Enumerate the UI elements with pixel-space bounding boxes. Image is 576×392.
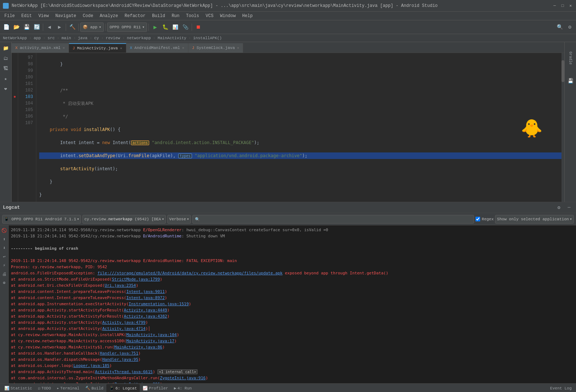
tool-tab-logcat[interactable]: 📱 6: Logcat bbox=[106, 384, 140, 392]
run-btn[interactable]: ▶ bbox=[150, 23, 160, 32]
log-line-16: at android.app.Activity.startActivity(Ac… bbox=[11, 326, 574, 332]
search-toolbar-btn[interactable]: 🔍 bbox=[555, 23, 564, 32]
forward-btn[interactable]: ▶ bbox=[55, 23, 64, 32]
debug-btn[interactable]: 🐛 bbox=[160, 23, 170, 32]
logcat-scroll-top-btn[interactable]: ⬆ bbox=[1, 236, 8, 243]
java-file-icon: J bbox=[73, 46, 75, 50]
device-dropdown-arrow: ▾ bbox=[142, 25, 145, 29]
code-line-104: intent.setDataAndType(Uri.fromFile(apkFi… bbox=[39, 152, 561, 159]
menu-refactor[interactable]: Refactor bbox=[122, 13, 148, 19]
menu-code[interactable]: Code bbox=[80, 13, 96, 19]
breadcrumb-review[interactable]: review bbox=[106, 36, 120, 40]
profile-btn[interactable]: 📊 bbox=[171, 23, 180, 32]
tool-tab-build[interactable]: 🔨 Build bbox=[82, 384, 106, 392]
show-only-selected-dropdown[interactable]: Show only selected application ▾ bbox=[495, 215, 574, 224]
menu-view[interactable]: View bbox=[36, 13, 52, 19]
app-dropdown[interactable]: 📦 app ▾ bbox=[80, 23, 104, 32]
device-filter-dropdown[interactable]: 📱 OPPO OPPO R11 Android 7.1.1 ▾ bbox=[2, 215, 81, 224]
tab-activity-main-close[interactable]: ✕ bbox=[63, 46, 65, 50]
logcat-minimize-btn[interactable]: ─ bbox=[565, 204, 573, 212]
build-btn[interactable]: 🔨 bbox=[68, 23, 77, 32]
tab-mainactivity-close[interactable]: ✕ bbox=[120, 46, 122, 50]
breadcrumb-java[interactable]: java bbox=[78, 36, 87, 40]
menu-vcs[interactable]: VCS bbox=[203, 13, 217, 19]
logcat-filter-btn[interactable]: ⚡ bbox=[1, 262, 8, 269]
logcat-clear-btn[interactable]: 🚫 bbox=[1, 227, 8, 234]
app-icon bbox=[3, 3, 9, 9]
menu-file[interactable]: File bbox=[1, 13, 18, 19]
breadcrumb-main[interactable]: main bbox=[61, 36, 71, 40]
breadcrumb-installAPK[interactable]: installAPK() bbox=[193, 36, 222, 40]
device-dropdown[interactable]: OPPO OPPO R11 ▾ bbox=[107, 23, 147, 32]
package-filter-dropdown[interactable]: cy.review.networkapp (9542) [DEA ▾ bbox=[82, 215, 166, 224]
menu-build[interactable]: Build bbox=[149, 13, 168, 19]
tool-tab-profiler[interactable]: 📈 Profiler bbox=[140, 384, 171, 392]
logcat-search-input[interactable] bbox=[192, 215, 474, 224]
database-icon[interactable]: 💾 bbox=[566, 76, 575, 86]
code-editor[interactable]: ● 97 98 99 100 101 102 103 104 105 106 1… bbox=[12, 53, 564, 202]
logcat-left-icons: 🚫 ⬆ ⬇ ↩ ⚡ 🖨 ⊕ bbox=[0, 225, 9, 383]
breadcrumb-app[interactable]: app bbox=[34, 36, 41, 40]
breadcrumb-src[interactable]: src bbox=[48, 36, 55, 40]
bookmarks-icon[interactable]: ★ bbox=[1, 74, 11, 83]
tool-tab-terminal[interactable]: ▸ Terminal bbox=[54, 384, 82, 392]
menu-analyze[interactable]: Analyze bbox=[97, 13, 121, 19]
logcat-soft-wrap-btn[interactable]: ↩ bbox=[1, 253, 8, 260]
editor-scrollbar[interactable] bbox=[561, 53, 564, 202]
gradle-icon[interactable]: Gradle bbox=[566, 44, 575, 73]
back-btn[interactable]: ◀ bbox=[45, 23, 54, 32]
level-filter-dropdown[interactable]: Verbose ▾ bbox=[167, 215, 191, 224]
tab-activity-main-xml[interactable]: X activity_main.xml ✕ bbox=[12, 43, 69, 53]
tab-systemclock-close[interactable]: ✕ bbox=[237, 46, 239, 50]
favorites-icon[interactable]: ❤ bbox=[1, 84, 11, 94]
attach-btn[interactable]: 📎 bbox=[181, 23, 190, 32]
window-controls[interactable]: ─ □ ✕ bbox=[552, 3, 573, 8]
log-line-10: at android.content.Intent.prepareToLeave… bbox=[11, 289, 574, 295]
minimize-button[interactable]: ─ bbox=[552, 3, 557, 8]
breadcrumb-mainactivity[interactable]: MainActivity bbox=[158, 36, 186, 40]
project-icon[interactable]: 📁 bbox=[1, 44, 11, 53]
breadcrumb-project[interactable]: NetWorkApp bbox=[3, 36, 27, 40]
code-content[interactable]: } /** * 启动安装APK */ private void installA… bbox=[36, 53, 564, 202]
logcat-settings-btn[interactable]: ⚙ bbox=[555, 204, 563, 212]
sync-btn[interactable]: 🔄 bbox=[32, 23, 41, 32]
maximize-button[interactable]: □ bbox=[560, 3, 565, 8]
menu-navigate[interactable]: Navigate bbox=[52, 13, 79, 19]
editor-scrollbar-thumb[interactable] bbox=[561, 60, 564, 82]
menu-edit[interactable]: Edit bbox=[19, 13, 35, 19]
resource-icon[interactable]: 🗂 bbox=[1, 54, 11, 63]
save-btn[interactable]: 💾 bbox=[22, 23, 31, 32]
open-btn[interactable]: 📂 bbox=[12, 23, 21, 32]
menu-help[interactable]: Help bbox=[239, 13, 256, 19]
breadcrumb-cy[interactable]: cy bbox=[94, 36, 99, 40]
logcat-expand-btn[interactable]: ⊕ bbox=[1, 279, 8, 286]
regex-checkbox[interactable] bbox=[475, 217, 480, 221]
menu-window[interactable]: Window bbox=[217, 13, 238, 19]
tool-tab-event-log[interactable]: Event Log bbox=[547, 384, 575, 392]
tool-tab-statistic[interactable]: 📊 Statistic bbox=[1, 384, 35, 392]
tab-mainactivity-java[interactable]: J MainActivity.java ✕ bbox=[69, 43, 126, 53]
tab-systemclock-label: SystemClock.java bbox=[196, 46, 235, 50]
tool-tab-run[interactable]: ▶ 4: Run bbox=[171, 384, 195, 392]
tab-androidmanifest-close[interactable]: ✕ bbox=[182, 46, 184, 50]
logcat-scroll-btn[interactable]: ⬇ bbox=[1, 244, 8, 252]
stop-btn[interactable]: ⏹ bbox=[193, 23, 203, 32]
tool-tab-todo[interactable]: ☑ TODO bbox=[35, 384, 54, 392]
logcat-print-btn[interactable]: 🖨 bbox=[1, 270, 8, 278]
tab-systemclock-java[interactable]: J SystemClock.java ✕ bbox=[188, 43, 243, 53]
regex-checkbox-wrap[interactable]: Regex bbox=[475, 217, 494, 221]
window-title: NetWorkApp [E:\AndroidStudioworkspace\An… bbox=[12, 3, 552, 8]
right-sidebar: Gradle 💾 bbox=[564, 42, 576, 202]
tab-androidmanifest-xml[interactable]: X AndroidManifest.xml ✕ bbox=[126, 43, 188, 53]
settings-toolbar-btn[interactable]: ⚙ bbox=[565, 23, 575, 32]
new-file-btn[interactable]: 📄 bbox=[1, 23, 11, 32]
structure-icon[interactable]: 🏗 bbox=[1, 64, 11, 73]
close-button[interactable]: ✕ bbox=[568, 3, 573, 8]
log-line-9: at android.net.Uri.checkFileUriExposed(U… bbox=[11, 282, 574, 289]
menu-run[interactable]: Run bbox=[169, 13, 183, 19]
breadcrumb-networkapp[interactable]: networkapp bbox=[127, 36, 151, 40]
log-line-21: at android.os.Handler.dispatchMessage(Ha… bbox=[11, 356, 574, 363]
level-filter-label: Verbose bbox=[169, 217, 186, 221]
menu-tools[interactable]: Tools bbox=[183, 13, 202, 19]
logcat-content[interactable]: 2019-11-18 21:24:14.114 9542-9560/cy.rev… bbox=[9, 225, 576, 383]
